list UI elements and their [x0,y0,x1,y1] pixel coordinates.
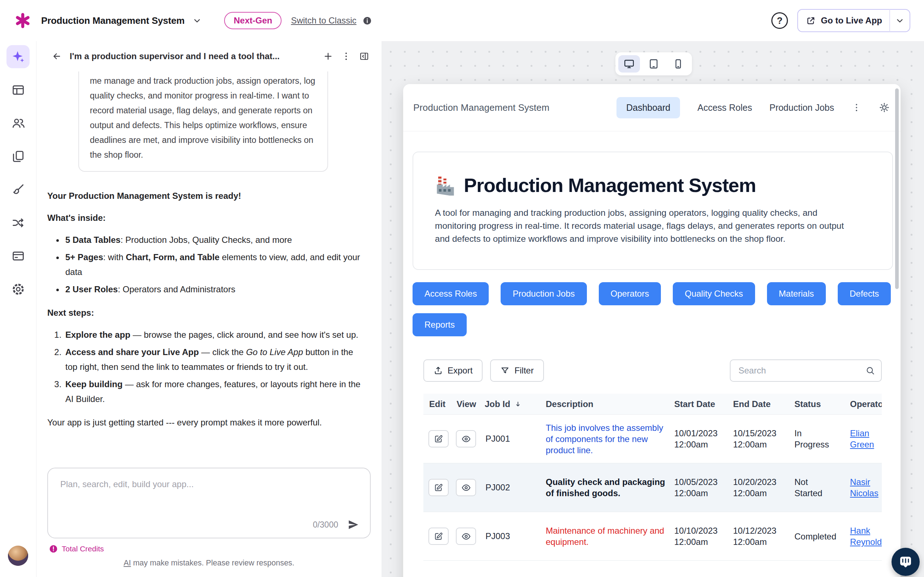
nav-tab-production-jobs[interactable]: Production Jobs [769,103,834,113]
search-icon [865,366,875,376]
device-desktop-button[interactable] [618,55,640,73]
filter-icon [500,366,510,375]
sidebar-item-pages[interactable] [6,145,30,168]
sparkle-icon [11,50,25,64]
col-job-id[interactable]: Job Id [485,399,546,409]
app-logo-icon[interactable] [15,12,31,29]
sidebar-item-users[interactable] [6,111,30,135]
operator-link[interactable]: Hank Reynolds [850,526,882,547]
list-item: Explore the app — browse the pages, clic… [64,327,367,342]
chat-bubble-icon [898,554,913,569]
edit-row-button[interactable] [429,527,449,545]
job-description[interactable]: Quality check and packaging of finished … [546,476,674,499]
hero-title-row: Production Management System [435,174,871,196]
sort-desc-icon [514,400,522,408]
switch-to-classic-link[interactable]: Switch to Classic [291,16,356,26]
collapse-panel-button[interactable] [359,51,369,61]
edit-row-button[interactable] [429,430,449,448]
list-item: Keep building — ask for more changes, fe… [64,377,367,406]
view-row-button[interactable] [456,479,476,496]
operator-link[interactable]: Elian Green [850,428,874,449]
col-description: Description [546,399,674,409]
send-button[interactable] [348,519,359,530]
sidebar-item-design[interactable] [6,178,30,201]
quick-link-access-roles[interactable]: Access Roles [413,282,489,305]
app-preview-canvas: Production Management System Dashboard A… [382,41,924,577]
go-to-live-app-button[interactable]: Go to Live App [798,16,889,26]
start-date: 10/01/2023 12:00am [674,428,733,450]
quick-link-operators[interactable]: Operators [599,282,661,305]
chat-menu-button[interactable] [341,51,351,61]
preview-app-navbar: Production Management System Dashboard A… [403,84,901,131]
info-icon[interactable] [362,16,372,26]
collapse-panel-icon [359,51,369,61]
table-icon [11,83,25,97]
production-jobs-table: Edit View Job Id Description Start Date … [423,394,882,561]
nav-tab-access-roles[interactable]: Access Roles [697,103,752,113]
quick-link-reports[interactable]: Reports [413,313,467,336]
hero-card: Production Management System A tool for … [413,152,893,270]
help-button[interactable]: ? [771,12,788,29]
whats-inside-list: 5 Data Tables: Production Jobs, Quality … [64,232,367,297]
device-tablet-button[interactable] [643,55,664,73]
edit-icon [434,434,443,443]
job-description-link[interactable]: This job involves the assembly of compon… [546,422,674,456]
search-input[interactable] [730,359,882,382]
go-to-live-app-button-group: Go to Live App [797,9,910,32]
total-credits-row[interactable]: Total Credits [49,544,371,554]
quick-link-defects[interactable]: Defects [838,282,891,305]
kebab-icon [341,51,351,61]
project-title-chevron-icon[interactable] [192,16,202,25]
filter-button[interactable]: Filter [490,359,543,382]
mobile-icon [673,58,684,69]
chat-message-area[interactable]: me manage and track production jobs, ass… [37,71,382,466]
support-chat-button[interactable] [892,548,920,576]
list-item: 5 Data Tables: Production Jobs, Quality … [64,232,367,247]
table-search [730,359,882,382]
start-date: 10/05/2023 12:00am [674,476,733,499]
eye-icon [461,483,471,493]
col-end-date: End Date [733,399,794,409]
quick-link-materials[interactable]: Materials [767,282,826,305]
ready-line: Your Production Management System is rea… [47,189,367,203]
job-id: PJ002 [485,482,546,493]
user-avatar[interactable] [8,546,28,566]
desktop-icon [624,58,635,69]
back-button[interactable] [52,51,62,61]
theme-toggle-button[interactable] [879,102,890,113]
preview-scrollbar[interactable] [895,89,899,289]
end-date: 10/12/2023 12:00am [733,525,794,547]
nav-tab-dashboard[interactable]: Dashboard [616,97,680,118]
send-icon [348,519,359,530]
live-app-dropdown-button[interactable] [890,16,909,25]
sidebar-item-ai-builder[interactable] [6,45,30,68]
left-icon-rail [0,41,37,577]
operator-link[interactable]: Nasir Nicolas [850,477,879,498]
export-button[interactable]: Export [423,359,482,382]
edit-row-button[interactable] [429,479,449,496]
ai-disclaimer-link[interactable]: AI [123,559,131,567]
quick-link-production-jobs[interactable]: Production Jobs [501,282,587,305]
end-date: 10/20/2023 12:00am [733,476,794,499]
user-message-bubble: me manage and track production jobs, ass… [78,71,328,172]
users-icon [11,116,25,130]
sidebar-item-data-tables[interactable] [6,78,30,102]
sidebar-item-billing[interactable] [6,244,30,268]
next-gen-badge: Next-Gen [224,12,282,29]
sidebar-item-settings[interactable] [6,277,30,301]
top-bar-right: ? Go to Live App [771,9,910,32]
list-item: Access and share your Live App — click t… [64,345,367,374]
nav-overflow-menu-button[interactable] [851,103,861,113]
view-row-button[interactable] [456,430,476,448]
prompt-composer: 0/3000 [47,467,371,538]
eye-icon [461,532,471,541]
sidebar-item-workflows[interactable] [6,211,30,234]
view-row-button[interactable] [456,527,476,545]
ai-disclaimer: AI may make mistakes. Please review resp… [47,559,371,567]
composer-meta: 0/3000 [313,519,359,530]
col-start-date: Start Date [674,399,733,409]
new-chat-button[interactable] [323,51,333,61]
device-mobile-button[interactable] [668,55,689,73]
quick-link-quality-checks[interactable]: Quality Checks [673,282,755,305]
job-description[interactable]: Maintenance of machinery and equipment. [546,525,674,547]
